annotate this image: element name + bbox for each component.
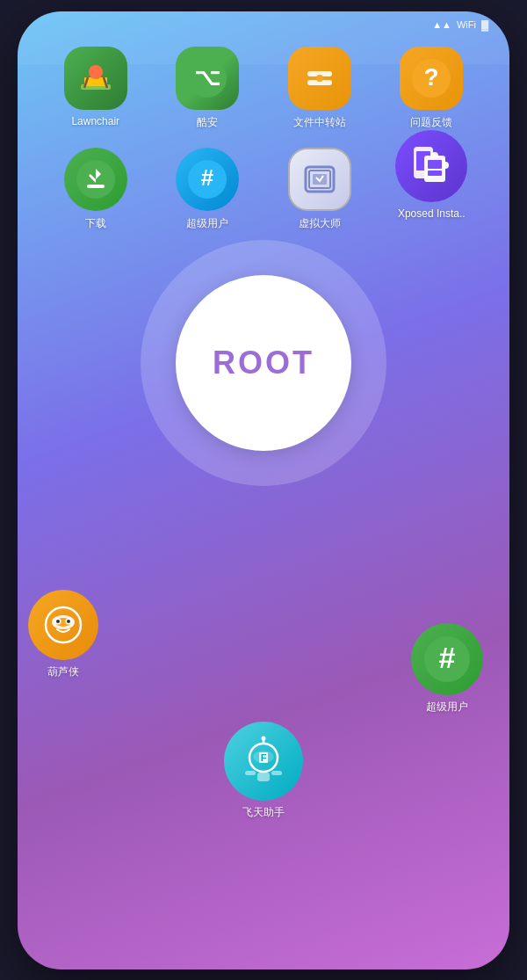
root-label: ROOT [213, 345, 314, 381]
xposed-icon [395, 130, 467, 202]
huluxia-label: 葫芦侠 [47, 664, 79, 679]
root-area: ROOT [141, 240, 386, 486]
app-feitian[interactable]: F 飞天助手 [224, 722, 303, 820]
app-superuser-grid[interactable]: # 超级用户 [156, 148, 260, 231]
svg-rect-42 [257, 773, 270, 781]
app-filetransfer[interactable]: 文件中转站 [268, 47, 372, 130]
svg-point-25 [431, 152, 438, 159]
svg-point-38 [262, 736, 266, 740]
coolapk-icon: ⌥ [176, 47, 239, 110]
svg-point-26 [442, 162, 449, 169]
virtual-label: 虚拟大师 [299, 216, 341, 231]
svg-rect-24 [428, 171, 442, 176]
feitian-label: 飞天助手 [242, 805, 285, 820]
svg-text:?: ? [424, 63, 439, 91]
phone-screen: ▲▲ WiFi ▓ Lawnchair ⌥ [18, 11, 509, 969]
wifi-icon: WiFi [457, 19, 476, 30]
svg-text:#: # [201, 164, 214, 191]
superuser-grid-label: 超级用户 [186, 216, 228, 231]
svg-text:#: # [439, 641, 456, 674]
xposed-label: Xposed Insta.. [398, 207, 466, 220]
app-virtual[interactable]: 虚拟大师 [268, 148, 372, 231]
superuser-grid-icon: # [176, 148, 239, 211]
superuser-float-icon: # [411, 623, 483, 695]
signal-icon: ▲▲ [432, 19, 451, 30]
app-lawnchair[interactable]: Lawnchair [44, 47, 148, 130]
feedback-icon: ? [400, 47, 463, 110]
status-bar: ▲▲ WiFi ▓ [18, 11, 509, 38]
root-button[interactable]: ROOT [176, 275, 351, 451]
app-download[interactable]: 下载 [44, 148, 148, 231]
coolapk-label: 酷安 [197, 115, 218, 130]
svg-point-32 [56, 620, 60, 623]
svg-rect-43 [245, 771, 256, 775]
svg-text:F: F [261, 752, 267, 763]
huluxia-icon [28, 590, 98, 660]
filetransfer-icon [288, 47, 351, 110]
svg-point-33 [67, 620, 70, 623]
app-coolapk[interactable]: ⌥ 酷安 [156, 47, 260, 130]
lawnchair-label: Lawnchair [71, 115, 119, 127]
svg-text:⌥: ⌥ [194, 64, 220, 91]
filetransfer-label: 文件中转站 [293, 115, 346, 130]
feedback-label: 问题反馈 [410, 115, 452, 130]
download-label: 下载 [85, 216, 106, 231]
feitian-icon: F [224, 722, 303, 801]
svg-rect-19 [313, 174, 327, 185]
svg-point-2 [89, 65, 103, 79]
app-feedback[interactable]: ? 问题反馈 [380, 47, 484, 130]
svg-rect-44 [271, 771, 282, 775]
svg-rect-23 [428, 160, 442, 169]
app-xposed[interactable]: Xposed Insta.. [380, 130, 484, 231]
app-superuser-float[interactable]: # 超级用户 [411, 623, 483, 715]
battery-icon: ▓ [481, 19, 488, 30]
svg-rect-14 [87, 185, 105, 188]
app-huluxia[interactable]: 葫芦侠 [28, 590, 98, 679]
app-grid-row1: Lawnchair ⌥ 酷安 文件中转站 [18, 38, 509, 130]
download-icon [64, 148, 127, 211]
svg-point-9 [316, 75, 323, 82]
superuser-float-label: 超级用户 [426, 700, 468, 715]
lawnchair-icon [64, 47, 127, 110]
virtual-icon [288, 148, 351, 211]
